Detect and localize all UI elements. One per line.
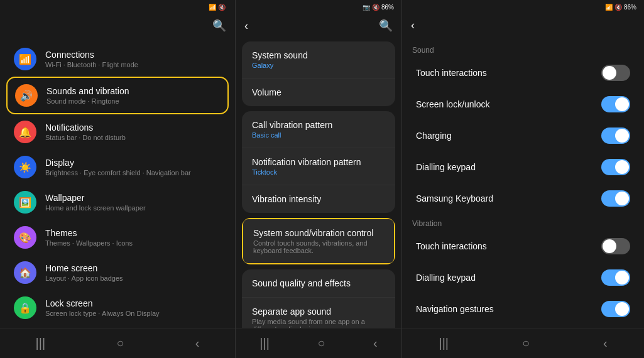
item-title-connections: Connections	[45, 50, 221, 60]
toggle-switch-touch-interactions-sound[interactable]	[601, 65, 630, 81]
toggle-item-touch-interactions-sound[interactable]: Touch interactions	[408, 57, 638, 89]
toggle-item-navigation-gestures-vib[interactable]: Navigation gestures	[408, 293, 638, 325]
icon-sounds: 🔊	[15, 84, 38, 107]
sounds-item-call-vibration[interactable]: Call vibration patternBasic call	[242, 111, 395, 148]
vibration-list: Sound Touch interactions Screen lock/unl…	[402, 37, 644, 328]
item-title-themes: Themes	[45, 228, 221, 238]
sounds-item-system-sound-control[interactable]: System sound/vibration controlControl to…	[242, 218, 395, 264]
settings-header: 🔍	[0, 14, 235, 38]
status-bar-1: 📶 🔇	[0, 0, 235, 14]
nav-back-3[interactable]: ‹	[591, 334, 620, 353]
toggle-label-charging-sound: Charging	[416, 131, 452, 141]
sounds-group-1: Call vibration patternBasic callNotifica…	[242, 111, 395, 213]
item-subtitle-lockscreen: Screen lock type · Always On Display	[45, 310, 221, 317]
toggle-item-screen-lock-sound[interactable]: Screen lock/unlock	[408, 89, 638, 120]
nav-home-2[interactable]: ○	[305, 334, 337, 353]
section-label-0: Sound	[408, 41, 638, 57]
sounds-subtitle-system-sound: Galaxy	[252, 62, 385, 69]
sounds-search-button[interactable]: 🔍	[379, 19, 393, 33]
toggle-switch-screen-lock-sound[interactable]	[601, 96, 630, 112]
sounds-title-volume: Volume	[252, 87, 385, 97]
toggle-item-dialling-keypad-sound[interactable]: Dialling keypad	[408, 151, 638, 183]
toggle-label-dialling-keypad-sound: Dialling keypad	[416, 162, 476, 172]
sounds-title-system-sound: System sound	[252, 50, 385, 60]
item-title-sounds: Sounds and vibration	[46, 86, 220, 96]
sounds-item-vibration-intensity[interactable]: Vibration intensity	[242, 185, 395, 213]
toggle-label-screen-lock-sound: Screen lock/unlock	[416, 99, 490, 109]
toggle-item-samsung-keyboard-sound[interactable]: Samsung Keyboard	[408, 183, 638, 214]
settings-item-connections[interactable]: 📶 Connections Wi-Fi · Bluetooth · Flight…	[6, 41, 229, 77]
item-subtitle-sounds: Sound mode · Ringtone	[46, 97, 220, 105]
nav-home-1[interactable]: ○	[104, 334, 136, 353]
sounds-back-button[interactable]: ‹	[244, 19, 248, 33]
icon-themes: 🎨	[14, 226, 36, 249]
nav-back-2[interactable]: ‹	[361, 334, 390, 353]
toggle-switch-touch-interactions-vib[interactable]	[601, 238, 630, 254]
vibration-panel: 📶 🔇 86% ‹ Sound Touch interactions Scree…	[402, 0, 644, 358]
sounds-item-separate-app[interactable]: Separate app soundPlay media sound from …	[242, 298, 395, 328]
sounds-panel: 📷 🔇 86% ‹ 🔍 System soundGalaxyVolumeCall…	[236, 0, 402, 358]
settings-item-sounds[interactable]: 🔊 Sounds and vibration Sound mode · Ring…	[6, 77, 229, 114]
nav-back-1[interactable]: ‹	[183, 334, 212, 353]
toggle-switch-dialling-keypad-sound[interactable]	[601, 159, 630, 175]
item-title-homescreen: Home screen	[45, 263, 221, 273]
sounds-desc-separate-app: Play media sound from one app on a diffe…	[252, 318, 385, 328]
toggle-item-touch-interactions-vib[interactable]: Touch interactions	[408, 231, 638, 262]
toggle-label-dialling-keypad-vib: Dialling keypad	[416, 273, 476, 283]
status-bar-2: 📷 🔇 86%	[236, 0, 401, 14]
status-bar-3: 📶 🔇 86%	[402, 0, 644, 14]
item-title-notifications: Notifications	[45, 122, 221, 133]
nav-recent-2[interactable]: |||	[247, 334, 282, 353]
item-subtitle-themes: Themes · Wallpapers · Icons	[45, 239, 221, 247]
sounds-item-system-sound[interactable]: System soundGalaxy	[242, 41, 395, 79]
settings-search-button[interactable]: 🔍	[212, 19, 226, 33]
item-subtitle-homescreen: Layout · App icon badges	[45, 274, 221, 282]
sounds-title-vibration-intensity: Vibration intensity	[252, 194, 385, 204]
settings-item-homescreen[interactable]: 🏠 Home screen Layout · App icon badges	[6, 255, 229, 290]
toggle-item-dialling-keypad-vib[interactable]: Dialling keypad	[408, 262, 638, 293]
toggle-switch-samsung-keyboard-sound[interactable]	[601, 190, 630, 207]
sounds-title-sound-quality: Sound quality and effects	[252, 278, 385, 288]
nav-recent-3[interactable]: |||	[426, 334, 461, 353]
bottom-nav-2: ||| ○ ‹	[236, 328, 401, 358]
item-title-display: Display	[45, 158, 221, 168]
vibration-back-button[interactable]: ‹	[411, 19, 415, 32]
toggle-item-charging-sound[interactable]: Charging	[408, 120, 638, 151]
sounds-title-notification-vibration: Notification vibration pattern	[252, 157, 385, 167]
toggle-knob-touch-interactions-vib	[603, 239, 616, 253]
item-title-lockscreen: Lock screen	[45, 298, 221, 308]
icon-homescreen: 🏠	[14, 261, 36, 284]
toggle-knob-navigation-gestures-vib	[615, 302, 629, 316]
item-subtitle-connections: Wi-Fi · Bluetooth · Flight mode	[45, 61, 221, 68]
settings-item-display[interactable]: ☀️ Display Brightness · Eye comfort shie…	[6, 149, 229, 185]
toggle-knob-dialling-keypad-sound	[615, 160, 629, 174]
vibration-header: ‹	[402, 14, 644, 37]
sounds-subtitle-notification-vibration: Ticktock	[252, 168, 385, 176]
toggle-switch-dialling-keypad-vib[interactable]	[601, 269, 630, 286]
toggle-switch-charging-sound[interactable]	[601, 127, 630, 144]
battery-1: 📶 🔇	[209, 4, 227, 11]
bottom-nav-1: ||| ○ ‹	[0, 328, 235, 358]
settings-item-wallpaper[interactable]: 🖼️ Wallpaper Home and lock screen wallpa…	[6, 185, 229, 220]
settings-item-lockscreen[interactable]: 🔒 Lock screen Screen lock type · Always …	[6, 290, 229, 325]
settings-item-themes[interactable]: 🎨 Themes Themes · Wallpapers · Icons	[6, 220, 229, 255]
nav-home-3[interactable]: ○	[510, 334, 542, 353]
sounds-item-volume[interactable]: Volume	[242, 79, 395, 106]
toggle-label-touch-interactions-vib: Touch interactions	[416, 241, 487, 251]
settings-item-notifications[interactable]: 🔔 Notifications Status bar · Do not dist…	[6, 114, 229, 149]
icon-connections: 📶	[14, 48, 36, 70]
battery-2: 📷 🔇 86%	[363, 4, 394, 11]
sounds-item-sound-quality[interactable]: Sound quality and effects	[242, 269, 395, 298]
icon-wallpaper: 🖼️	[14, 191, 36, 214]
bottom-nav-3: ||| ○ ‹	[402, 328, 644, 358]
toggle-label-samsung-keyboard-sound: Samsung Keyboard	[416, 193, 493, 203]
sounds-item-notification-vibration[interactable]: Notification vibration patternTicktock	[242, 148, 395, 185]
icon-notifications: 🔔	[14, 121, 36, 143]
toggle-knob-touch-interactions-sound	[603, 66, 616, 80]
toggle-switch-navigation-gestures-vib[interactable]	[601, 301, 630, 317]
item-subtitle-display: Brightness · Eye comfort shield · Naviga…	[45, 169, 221, 176]
toggle-label-navigation-gestures-vib: Navigation gestures	[416, 304, 494, 314]
section-label-1: Vibration	[408, 214, 638, 231]
sounds-title-call-vibration: Call vibration pattern	[252, 120, 385, 130]
nav-recent-1[interactable]: |||	[23, 334, 58, 353]
